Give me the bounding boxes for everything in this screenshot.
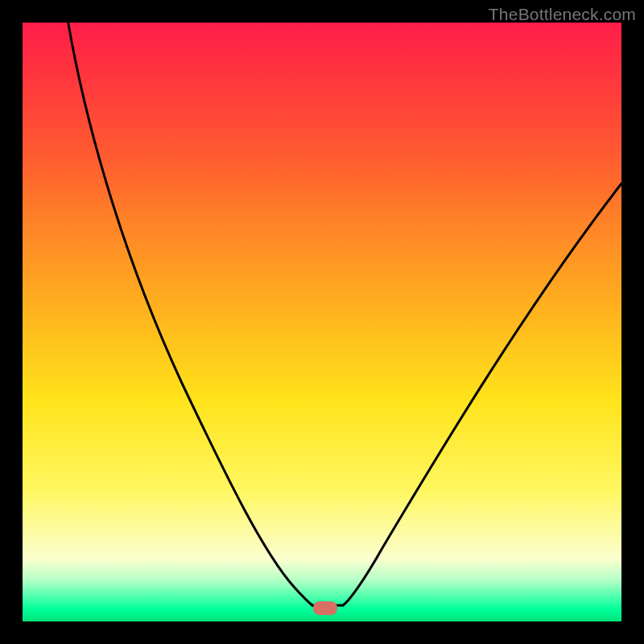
- curve-left: [68, 23, 316, 607]
- curve-right: [343, 184, 621, 605]
- chart-frame: TheBottleneck.com: [0, 0, 644, 644]
- watermark: TheBottleneck.com: [489, 5, 636, 24]
- optimal-point-marker: [313, 601, 337, 615]
- plot-area: [23, 23, 621, 621]
